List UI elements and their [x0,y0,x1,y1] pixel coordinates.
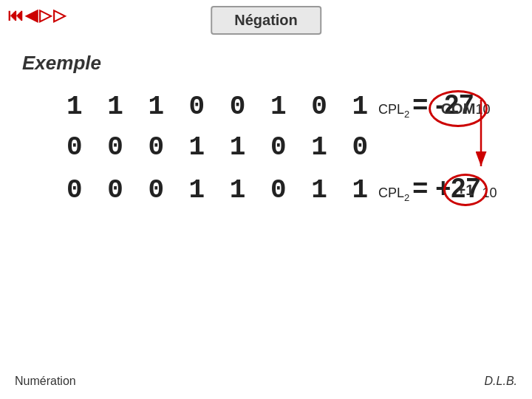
arrow-forward[interactable]: ▷ [39,7,52,24]
row3-cpl2-sub: 2 [404,192,409,203]
plus1-oval: +1 [443,174,488,206]
arrow-back[interactable]: ◀ [25,7,38,24]
row1-digits: 1 1 1 0 0 1 0 1 [66,92,372,122]
plus1-label: +1 [457,182,474,199]
page-title: Négation [234,12,298,28]
row1-cpl2-sub: 2 [404,109,409,120]
nav-arrows[interactable]: ⏮ ◀ ▷ ▷ [7,7,66,24]
row3-digits: 0 0 0 1 1 0 1 1 [66,175,372,205]
main-content: Exemple 1 1 1 0 0 1 0 1 CPL2 = -27 10 0 … [22,52,510,216]
row1-cpl2: CPL2 [378,102,409,120]
com-oval: COM [429,90,488,127]
arrow-forward-forward[interactable]: ▷ [53,7,66,24]
arrow-back-back[interactable]: ⏮ [7,7,24,24]
footer-left: Numération [15,375,76,388]
footer-right: D.L.B. [485,375,517,388]
row2-digits: 0 0 0 1 1 0 1 0 [66,132,372,163]
row3-cpl2: CPL2 [378,185,409,203]
row2: 0 0 0 1 1 0 1 0 [66,132,510,163]
title-box: Négation [211,6,321,35]
exemple-label: Exemple [22,52,510,75]
com-label: COM [441,100,476,117]
